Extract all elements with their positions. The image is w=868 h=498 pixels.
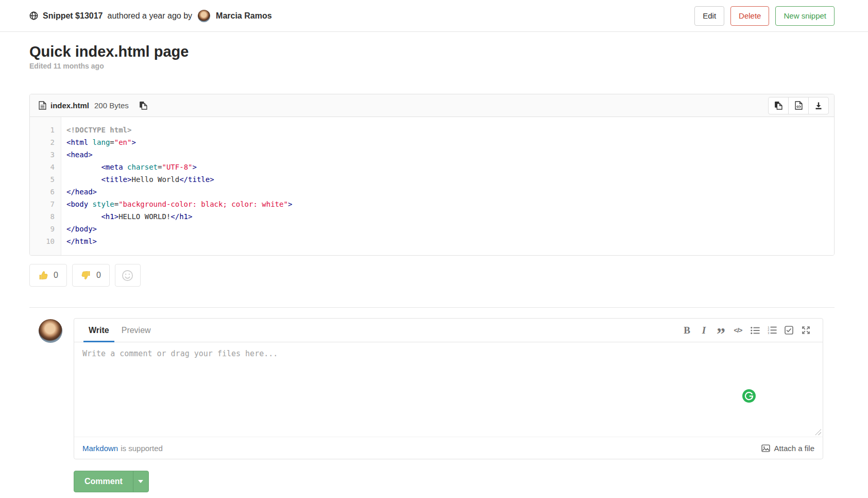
code-text: </body> (61, 223, 97, 235)
comment-editor-header: Write Preview BI”</>123 (74, 319, 823, 342)
delete-button[interactable]: Delete (730, 6, 769, 26)
italic-icon[interactable]: I (695, 323, 712, 338)
line-number[interactable]: 10 (30, 235, 61, 247)
comment-editor-footer: Markdown is supported Attach a file (74, 437, 823, 459)
code-line: 5 <title>Hello World</title> (30, 173, 834, 186)
file-size: 200 Bytes (94, 101, 129, 110)
line-number[interactable]: 8 (30, 210, 61, 223)
thumbs-up-count: 0 (54, 271, 58, 280)
comment-form: Write Preview BI”</>123 Markdown is supp… (29, 318, 835, 459)
line-number[interactable]: 9 (30, 223, 61, 235)
line-number[interactable]: 2 (30, 136, 61, 148)
code-icon[interactable]: </> (729, 323, 746, 338)
thumbs-down-button[interactable]: 0 (72, 264, 110, 287)
code-line: 2<html lang="en"> (30, 136, 834, 148)
bulleted-list-icon[interactable] (746, 323, 763, 338)
tab-preview[interactable]: Preview (115, 319, 157, 342)
line-number[interactable]: 6 (30, 186, 61, 198)
markdown-link[interactable]: Markdown (82, 444, 118, 453)
open-raw-icon[interactable] (788, 97, 809, 114)
snippet-meta: Snippet $13017 authored a year ago by Ma… (29, 10, 272, 22)
page-title: Quick index.html page (29, 43, 835, 60)
chevron-down-icon (138, 480, 143, 483)
markdown-supported-text: is supported (121, 444, 163, 453)
line-number[interactable]: 3 (30, 148, 61, 161)
markdown-toolbar: BI”</>123 (678, 323, 814, 338)
numbered-list-icon[interactable]: 123 (763, 323, 780, 338)
code-line: 4 <meta charset="UTF-8"> (30, 161, 834, 173)
attach-file-icon (761, 444, 770, 452)
file-actions (768, 97, 829, 114)
code-line: 1<!DOCTYPE html> (30, 124, 834, 136)
code-line: 9</body> (30, 223, 834, 235)
tab-write[interactable]: Write (82, 319, 115, 342)
comment-button[interactable]: Comment (74, 471, 133, 492)
thumbs-up-icon (38, 270, 48, 280)
code-text: </html> (61, 235, 97, 247)
main-content: Quick index.html page Edited 11 months a… (0, 32, 868, 492)
code-text: <title>Hello World</title> (61, 173, 214, 186)
authored-text: authored a year ago by (108, 11, 193, 21)
bold-icon[interactable]: B (678, 323, 695, 338)
editor-tabs: Write Preview (82, 319, 157, 342)
copy-contents-icon[interactable] (768, 97, 789, 114)
globe-icon (29, 11, 38, 20)
task-list-icon[interactable] (780, 323, 797, 338)
code-line: 8 <h1>HELLO WORLD!</h1> (30, 210, 834, 223)
line-number[interactable]: 5 (30, 173, 61, 186)
grammarly-icon[interactable] (742, 389, 756, 403)
comment-options-dropdown[interactable] (133, 471, 148, 492)
add-reaction-button[interactable] (115, 264, 141, 287)
thumbs-up-button[interactable]: 0 (29, 264, 67, 287)
smiley-icon (122, 270, 133, 281)
file-title: index.html 200 Bytes (39, 101, 129, 110)
thumbs-down-count: 0 (96, 271, 101, 280)
code-text: </head> (61, 186, 97, 198)
attach-file-label: Attach a file (774, 444, 814, 453)
section-divider (29, 307, 835, 308)
snippet-id: Snippet $13017 (43, 11, 103, 21)
comment-editor: Write Preview BI”</>123 Markdown is supp… (74, 318, 823, 459)
code-text: <head> (61, 148, 93, 161)
code-line: 6</head> (30, 186, 834, 198)
code-text: <body style="background-color: black; co… (61, 198, 292, 210)
line-number[interactable]: 7 (30, 198, 61, 210)
code-line: 7<body style="background-color: black; c… (30, 198, 834, 210)
comment-textarea[interactable] (74, 342, 823, 437)
download-icon[interactable] (808, 97, 829, 114)
code-block: 1<!DOCTYPE html>2<html lang="en">3<head>… (30, 117, 834, 255)
code-text: <h1>HELLO WORLD!</h1> (61, 210, 192, 223)
fullscreen-icon[interactable] (797, 323, 814, 338)
attach-file-button[interactable]: Attach a file (761, 444, 814, 453)
file-document-icon (39, 101, 46, 110)
file-name: index.html (50, 101, 89, 110)
edited-timestamp: Edited 11 months ago (29, 62, 835, 70)
line-number[interactable]: 1 (30, 124, 61, 136)
author-avatar[interactable] (198, 10, 210, 22)
line-number[interactable]: 4 (30, 161, 61, 173)
code-line: 3<head> (30, 148, 834, 161)
code-line: 10</html> (30, 235, 834, 247)
file-viewer: index.html 200 Bytes (29, 94, 835, 256)
comment-body (74, 342, 823, 437)
file-header: index.html 200 Bytes (30, 94, 834, 117)
new-snippet-button[interactable]: New snippet (775, 6, 835, 26)
copy-file-contents-icon[interactable] (139, 101, 147, 110)
quote-icon[interactable]: ” (712, 323, 729, 338)
code-text: <!DOCTYPE html> (61, 124, 131, 136)
snippet-top-bar: Snippet $13017 authored a year ago by Ma… (0, 0, 868, 32)
code-text: <meta charset="UTF-8"> (61, 161, 197, 173)
thumbs-down-icon (81, 270, 91, 280)
award-emoji-row: 0 0 (29, 264, 835, 287)
author-name[interactable]: Marcia Ramos (216, 11, 272, 21)
comment-submit-split-button: Comment (74, 471, 149, 492)
edit-button[interactable]: Edit (694, 6, 724, 26)
svg-text:3: 3 (768, 331, 769, 335)
code-text: <html lang="en"> (61, 136, 136, 148)
current-user-avatar (39, 319, 62, 343)
snippet-actions: Edit Delete New snippet (694, 6, 835, 26)
